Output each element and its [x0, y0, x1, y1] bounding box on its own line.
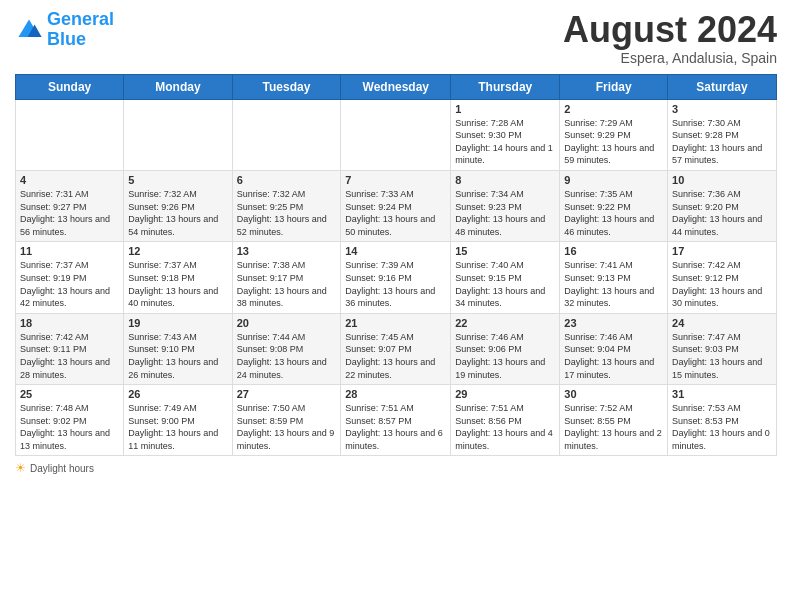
- calendar-week-2: 11Sunrise: 7:37 AM Sunset: 9:19 PM Dayli…: [16, 242, 777, 313]
- calendar-cell: 15Sunrise: 7:40 AM Sunset: 9:15 PM Dayli…: [451, 242, 560, 313]
- calendar-week-3: 18Sunrise: 7:42 AM Sunset: 9:11 PM Dayli…: [16, 313, 777, 384]
- day-info: Sunrise: 7:32 AM Sunset: 9:26 PM Dayligh…: [128, 188, 227, 238]
- day-info: Sunrise: 7:41 AM Sunset: 9:13 PM Dayligh…: [564, 259, 663, 309]
- header-row: Sunday Monday Tuesday Wednesday Thursday…: [16, 74, 777, 99]
- calendar-cell: 13Sunrise: 7:38 AM Sunset: 9:17 PM Dayli…: [232, 242, 341, 313]
- calendar-cell: 10Sunrise: 7:36 AM Sunset: 9:20 PM Dayli…: [668, 170, 777, 241]
- calendar-cell: 18Sunrise: 7:42 AM Sunset: 9:11 PM Dayli…: [16, 313, 124, 384]
- day-number: 11: [20, 245, 119, 257]
- day-number: 20: [237, 317, 337, 329]
- calendar-table: Sunday Monday Tuesday Wednesday Thursday…: [15, 74, 777, 457]
- day-number: 17: [672, 245, 772, 257]
- logo-line2: Blue: [47, 30, 114, 50]
- day-info: Sunrise: 7:51 AM Sunset: 8:57 PM Dayligh…: [345, 402, 446, 452]
- calendar-cell: 22Sunrise: 7:46 AM Sunset: 9:06 PM Dayli…: [451, 313, 560, 384]
- calendar-body: 1Sunrise: 7:28 AM Sunset: 9:30 PM Daylig…: [16, 99, 777, 456]
- calendar-cell: [232, 99, 341, 170]
- calendar-cell: 17Sunrise: 7:42 AM Sunset: 9:12 PM Dayli…: [668, 242, 777, 313]
- day-info: Sunrise: 7:28 AM Sunset: 9:30 PM Dayligh…: [455, 117, 555, 167]
- calendar-cell: [124, 99, 232, 170]
- calendar-cell: 21Sunrise: 7:45 AM Sunset: 9:07 PM Dayli…: [341, 313, 451, 384]
- header: General Blue August 2024 Espera, Andalus…: [15, 10, 777, 66]
- day-info: Sunrise: 7:31 AM Sunset: 9:27 PM Dayligh…: [20, 188, 119, 238]
- day-number: 31: [672, 388, 772, 400]
- day-number: 5: [128, 174, 227, 186]
- day-info: Sunrise: 7:49 AM Sunset: 9:00 PM Dayligh…: [128, 402, 227, 452]
- footer: ☀ Daylight hours: [15, 461, 777, 475]
- day-number: 22: [455, 317, 555, 329]
- day-number: 9: [564, 174, 663, 186]
- day-number: 12: [128, 245, 227, 257]
- day-number: 4: [20, 174, 119, 186]
- calendar-cell: 19Sunrise: 7:43 AM Sunset: 9:10 PM Dayli…: [124, 313, 232, 384]
- col-saturday: Saturday: [668, 74, 777, 99]
- day-info: Sunrise: 7:42 AM Sunset: 9:12 PM Dayligh…: [672, 259, 772, 309]
- calendar-header: Sunday Monday Tuesday Wednesday Thursday…: [16, 74, 777, 99]
- day-number: 8: [455, 174, 555, 186]
- day-info: Sunrise: 7:51 AM Sunset: 8:56 PM Dayligh…: [455, 402, 555, 452]
- day-info: Sunrise: 7:48 AM Sunset: 9:02 PM Dayligh…: [20, 402, 119, 452]
- day-info: Sunrise: 7:53 AM Sunset: 8:53 PM Dayligh…: [672, 402, 772, 452]
- day-number: 1: [455, 103, 555, 115]
- calendar-week-4: 25Sunrise: 7:48 AM Sunset: 9:02 PM Dayli…: [16, 385, 777, 456]
- calendar-cell: 28Sunrise: 7:51 AM Sunset: 8:57 PM Dayli…: [341, 385, 451, 456]
- calendar-cell: 9Sunrise: 7:35 AM Sunset: 9:22 PM Daylig…: [560, 170, 668, 241]
- calendar-cell: 8Sunrise: 7:34 AM Sunset: 9:23 PM Daylig…: [451, 170, 560, 241]
- sun-icon: ☀: [15, 461, 26, 475]
- col-sunday: Sunday: [16, 74, 124, 99]
- calendar-cell: 23Sunrise: 7:46 AM Sunset: 9:04 PM Dayli…: [560, 313, 668, 384]
- calendar-cell: 1Sunrise: 7:28 AM Sunset: 9:30 PM Daylig…: [451, 99, 560, 170]
- calendar-cell: 20Sunrise: 7:44 AM Sunset: 9:08 PM Dayli…: [232, 313, 341, 384]
- day-info: Sunrise: 7:50 AM Sunset: 8:59 PM Dayligh…: [237, 402, 337, 452]
- col-thursday: Thursday: [451, 74, 560, 99]
- logo-line1: General: [47, 9, 114, 29]
- page: General Blue August 2024 Espera, Andalus…: [0, 0, 792, 612]
- day-number: 19: [128, 317, 227, 329]
- day-number: 21: [345, 317, 446, 329]
- day-number: 13: [237, 245, 337, 257]
- col-tuesday: Tuesday: [232, 74, 341, 99]
- subtitle: Espera, Andalusia, Spain: [563, 50, 777, 66]
- day-number: 15: [455, 245, 555, 257]
- day-number: 14: [345, 245, 446, 257]
- day-number: 7: [345, 174, 446, 186]
- day-number: 16: [564, 245, 663, 257]
- day-info: Sunrise: 7:44 AM Sunset: 9:08 PM Dayligh…: [237, 331, 337, 381]
- day-info: Sunrise: 7:37 AM Sunset: 9:18 PM Dayligh…: [128, 259, 227, 309]
- calendar-cell: 2Sunrise: 7:29 AM Sunset: 9:29 PM Daylig…: [560, 99, 668, 170]
- col-monday: Monday: [124, 74, 232, 99]
- col-wednesday: Wednesday: [341, 74, 451, 99]
- day-number: 23: [564, 317, 663, 329]
- logo-icon: [15, 16, 43, 44]
- logo: General Blue: [15, 10, 114, 50]
- calendar-cell: 31Sunrise: 7:53 AM Sunset: 8:53 PM Dayli…: [668, 385, 777, 456]
- calendar-cell: 24Sunrise: 7:47 AM Sunset: 9:03 PM Dayli…: [668, 313, 777, 384]
- day-info: Sunrise: 7:38 AM Sunset: 9:17 PM Dayligh…: [237, 259, 337, 309]
- calendar-cell: 7Sunrise: 7:33 AM Sunset: 9:24 PM Daylig…: [341, 170, 451, 241]
- day-info: Sunrise: 7:52 AM Sunset: 8:55 PM Dayligh…: [564, 402, 663, 452]
- day-info: Sunrise: 7:35 AM Sunset: 9:22 PM Dayligh…: [564, 188, 663, 238]
- day-info: Sunrise: 7:43 AM Sunset: 9:10 PM Dayligh…: [128, 331, 227, 381]
- calendar-cell: 16Sunrise: 7:41 AM Sunset: 9:13 PM Dayli…: [560, 242, 668, 313]
- day-info: Sunrise: 7:39 AM Sunset: 9:16 PM Dayligh…: [345, 259, 446, 309]
- day-number: 3: [672, 103, 772, 115]
- day-number: 24: [672, 317, 772, 329]
- calendar-cell: 6Sunrise: 7:32 AM Sunset: 9:25 PM Daylig…: [232, 170, 341, 241]
- logo-text: General Blue: [47, 10, 114, 50]
- day-info: Sunrise: 7:37 AM Sunset: 9:19 PM Dayligh…: [20, 259, 119, 309]
- day-number: 10: [672, 174, 772, 186]
- day-number: 27: [237, 388, 337, 400]
- calendar-cell: 26Sunrise: 7:49 AM Sunset: 9:00 PM Dayli…: [124, 385, 232, 456]
- day-info: Sunrise: 7:36 AM Sunset: 9:20 PM Dayligh…: [672, 188, 772, 238]
- calendar-week-0: 1Sunrise: 7:28 AM Sunset: 9:30 PM Daylig…: [16, 99, 777, 170]
- calendar-cell: 3Sunrise: 7:30 AM Sunset: 9:28 PM Daylig…: [668, 99, 777, 170]
- calendar-cell: 14Sunrise: 7:39 AM Sunset: 9:16 PM Dayli…: [341, 242, 451, 313]
- title-block: August 2024 Espera, Andalusia, Spain: [563, 10, 777, 66]
- day-number: 18: [20, 317, 119, 329]
- day-number: 30: [564, 388, 663, 400]
- day-info: Sunrise: 7:32 AM Sunset: 9:25 PM Dayligh…: [237, 188, 337, 238]
- calendar-cell: 30Sunrise: 7:52 AM Sunset: 8:55 PM Dayli…: [560, 385, 668, 456]
- day-number: 2: [564, 103, 663, 115]
- calendar-cell: 5Sunrise: 7:32 AM Sunset: 9:26 PM Daylig…: [124, 170, 232, 241]
- calendar-cell: 4Sunrise: 7:31 AM Sunset: 9:27 PM Daylig…: [16, 170, 124, 241]
